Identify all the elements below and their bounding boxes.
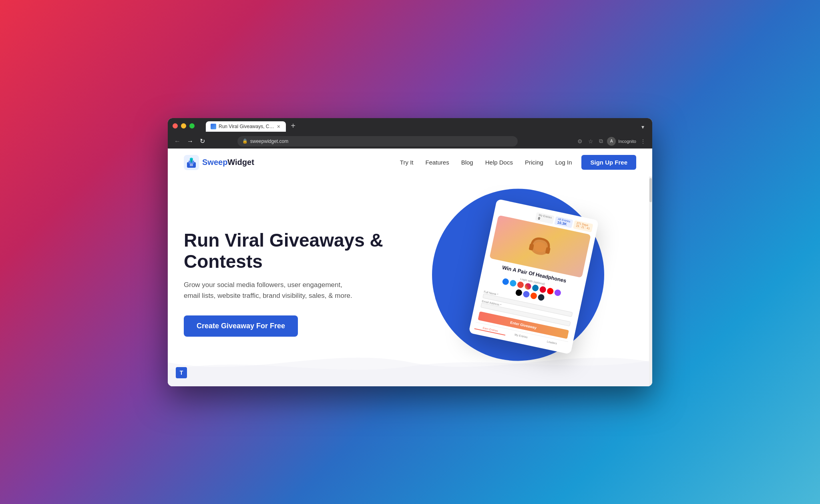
url-bar[interactable]: 🔒 sweepwidget.com bbox=[237, 136, 518, 147]
nav-pricing[interactable]: Pricing bbox=[525, 159, 543, 166]
address-bar: ← → ↻ 🔒 sweepwidget.com ⚙ ☆ ⧉ A Incognit… bbox=[168, 134, 652, 149]
logo[interactable]: SweepWidget bbox=[184, 155, 254, 170]
nav-log-in[interactable]: Log In bbox=[555, 159, 572, 166]
back-button[interactable]: ← bbox=[173, 137, 182, 146]
my-entries-badge: My Entries 0 bbox=[535, 212, 555, 224]
hero-subtitle: Grow your social media followers, user e… bbox=[184, 279, 360, 301]
nav-try-it[interactable]: Try It bbox=[400, 159, 414, 166]
minimize-button[interactable] bbox=[181, 123, 186, 129]
hero-right: My Entries 0 All Entries 10.3K 271 Days … bbox=[400, 189, 636, 378]
youtube-icon[interactable] bbox=[546, 287, 554, 295]
nav-blog[interactable]: Blog bbox=[461, 159, 473, 166]
new-tab-button[interactable]: + bbox=[287, 120, 299, 132]
facebook-icon[interactable] bbox=[502, 277, 509, 285]
browser-chrome: Run Viral Giveaways, Contests × + ▾ ← → … bbox=[168, 118, 652, 149]
site-navigation: SweepWidget Try It Features Blog Help Do… bbox=[168, 149, 652, 177]
hero-section: Run Viral Giveaways & Contests Grow your… bbox=[168, 177, 652, 386]
days-badge: 271 Days 23 : 21 : 41 bbox=[573, 220, 593, 232]
logo-sweep: Sweep bbox=[202, 158, 227, 167]
all-entries-badge: All Entries 10.3K bbox=[555, 216, 573, 228]
hero-title-line1: Run Viral Giveaways & bbox=[184, 230, 383, 251]
title-bar: Run Viral Giveaways, Contests × + ▾ bbox=[168, 118, 652, 134]
signup-button[interactable]: Sign Up Free bbox=[581, 155, 636, 170]
forward-button[interactable]: → bbox=[185, 137, 195, 146]
incognito-label: Incognito bbox=[618, 139, 636, 144]
hero-title: Run Viral Giveaways & Contests bbox=[184, 230, 400, 272]
tab-dropdown-button[interactable]: ▾ bbox=[638, 122, 647, 132]
close-button[interactable] bbox=[173, 123, 178, 129]
extensions-icon[interactable]: ⚙ bbox=[576, 137, 584, 145]
twitter-icon[interactable] bbox=[509, 279, 517, 287]
discord-icon[interactable] bbox=[522, 290, 530, 298]
maximize-button[interactable] bbox=[189, 123, 195, 129]
scrollbar-thumb[interactable] bbox=[649, 178, 652, 202]
reload-button[interactable]: ↻ bbox=[198, 137, 207, 146]
svg-rect-4 bbox=[191, 159, 192, 163]
page-content: SweepWidget Try It Features Blog Help Do… bbox=[168, 149, 652, 386]
tab-my-entries[interactable]: My Entries bbox=[505, 330, 537, 342]
steam-icon[interactable] bbox=[537, 293, 545, 301]
cta-button[interactable]: Create Giveaway For Free bbox=[184, 315, 298, 337]
google-icon[interactable] bbox=[517, 281, 524, 288]
nav-links: Try It Features Blog Help Docs Pricing L… bbox=[400, 159, 572, 166]
tab-earn-entries[interactable]: Earn Entries bbox=[474, 324, 506, 335]
tab-bar: Run Viral Giveaways, Contests × + ▾ bbox=[198, 120, 647, 132]
twitch-icon[interactable] bbox=[554, 289, 561, 296]
hero-left: Run Viral Giveaways & Contests Grow your… bbox=[184, 230, 400, 337]
instagram-icon[interactable] bbox=[524, 282, 532, 290]
tab-title: Run Viral Giveaways, Contests bbox=[219, 124, 275, 129]
nav-help-docs[interactable]: Help Docs bbox=[485, 159, 513, 166]
reddit-icon[interactable] bbox=[530, 292, 537, 299]
split-view-icon[interactable]: ⧉ bbox=[597, 137, 605, 145]
bookmark-icon[interactable]: ☆ bbox=[587, 137, 595, 145]
menu-icon[interactable]: ⋮ bbox=[639, 137, 647, 145]
logo-widget: Widget bbox=[227, 158, 254, 167]
browser-actions: ⚙ ☆ ⧉ A Incognito ⋮ bbox=[576, 137, 647, 146]
logo-icon bbox=[184, 155, 199, 170]
headphones-illustration bbox=[523, 230, 557, 263]
lock-icon: 🔒 bbox=[242, 139, 248, 144]
tiktok-icon[interactable] bbox=[515, 289, 523, 296]
hero-title-line2: Contests bbox=[184, 251, 263, 272]
tab-leaders[interactable]: Leaders bbox=[536, 337, 568, 348]
logo-text: SweepWidget bbox=[202, 158, 254, 167]
extension-icon[interactable]: T bbox=[176, 367, 187, 378]
url-text: sweepwidget.com bbox=[250, 139, 288, 144]
browser-window: Run Viral Giveaways, Contests × + ▾ ← → … bbox=[168, 118, 652, 386]
linkedin-icon[interactable] bbox=[531, 284, 539, 291]
tab-favicon bbox=[211, 124, 216, 129]
page-scrollbar[interactable] bbox=[649, 177, 652, 386]
svg-rect-5 bbox=[190, 164, 193, 166]
account-avatar[interactable]: A bbox=[607, 137, 616, 146]
tab-close-icon[interactable]: × bbox=[277, 124, 280, 129]
pinterest-icon[interactable] bbox=[539, 285, 547, 293]
nav-features[interactable]: Features bbox=[425, 159, 449, 166]
active-tab[interactable]: Run Viral Giveaways, Contests × bbox=[206, 121, 286, 132]
